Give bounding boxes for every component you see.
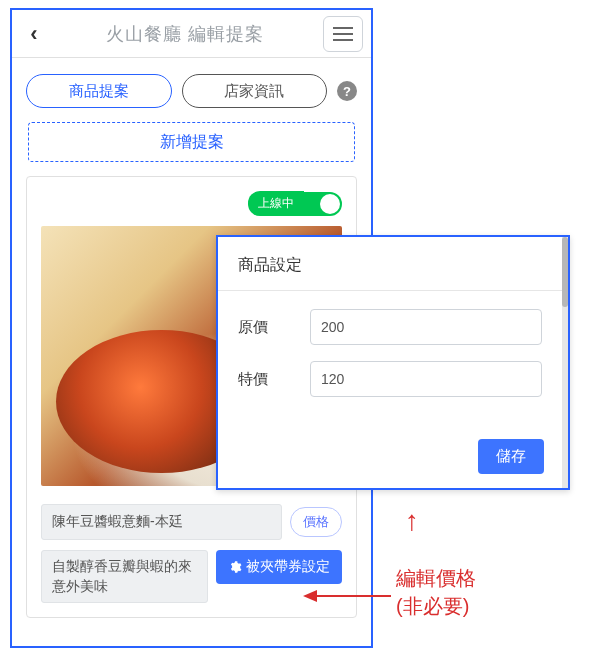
save-button[interactable]: 儲存	[478, 439, 544, 474]
annotation-arrow-left-icon	[303, 584, 393, 612]
original-price-input[interactable]: 200	[310, 309, 542, 345]
svg-marker-1	[303, 590, 317, 602]
status-badge: 上線中	[248, 191, 304, 216]
annotation-line-2: (非必要)	[396, 595, 469, 617]
help-icon[interactable]: ?	[337, 81, 357, 101]
tabs-row: 商品提案 店家資訊 ?	[12, 58, 371, 116]
coupon-settings-button[interactable]: 被夾帶券設定	[216, 550, 342, 584]
dialog-title: 商品設定	[218, 237, 562, 291]
annotation-arrow-up-icon: ↑	[405, 505, 419, 537]
coupon-button-label: 被夾帶券設定	[246, 558, 330, 576]
product-name-field[interactable]: 陳年豆醬蝦意麵-本廷	[41, 504, 282, 540]
status-row: 上線中	[41, 191, 342, 216]
switch-track	[304, 192, 342, 216]
top-bar: ‹ 火山餐廳 編輯提案	[12, 10, 371, 58]
gear-icon	[228, 560, 242, 574]
annotation-line-1: 編輯價格	[396, 567, 476, 589]
switch-knob	[320, 194, 340, 214]
hamburger-icon	[333, 27, 353, 29]
original-price-row: 原價 200	[238, 309, 542, 345]
special-price-row: 特價 120	[238, 361, 542, 397]
tab-store-info[interactable]: 店家資訊	[182, 74, 328, 108]
special-price-input[interactable]: 120	[310, 361, 542, 397]
description-row: 自製醇香豆瓣與蝦的來意外美味 被夾帶券設定	[41, 550, 342, 603]
back-icon[interactable]: ‹	[20, 21, 48, 47]
online-switch[interactable]: 上線中	[248, 191, 342, 216]
tab-product-proposal[interactable]: 商品提案	[26, 74, 172, 108]
product-settings-dialog: 商品設定 原價 200 特價 120 儲存	[216, 235, 570, 490]
add-proposal-button[interactable]: 新增提案	[28, 122, 355, 162]
dialog-scrollbar[interactable]	[562, 237, 568, 488]
name-row: 陳年豆醬蝦意麵-本廷 價格	[41, 504, 342, 540]
product-description-field[interactable]: 自製醇香豆瓣與蝦的來意外美味	[41, 550, 208, 603]
price-button[interactable]: 價格	[290, 507, 342, 537]
original-price-label: 原價	[238, 318, 310, 337]
page-title: 火山餐廳 編輯提案	[48, 22, 323, 46]
special-price-label: 特價	[238, 370, 310, 389]
dialog-body: 原價 200 特價 120	[218, 291, 562, 431]
menu-button[interactable]	[323, 16, 363, 52]
annotation-text: 編輯價格 (非必要)	[396, 564, 476, 620]
dialog-footer: 儲存	[478, 439, 544, 474]
